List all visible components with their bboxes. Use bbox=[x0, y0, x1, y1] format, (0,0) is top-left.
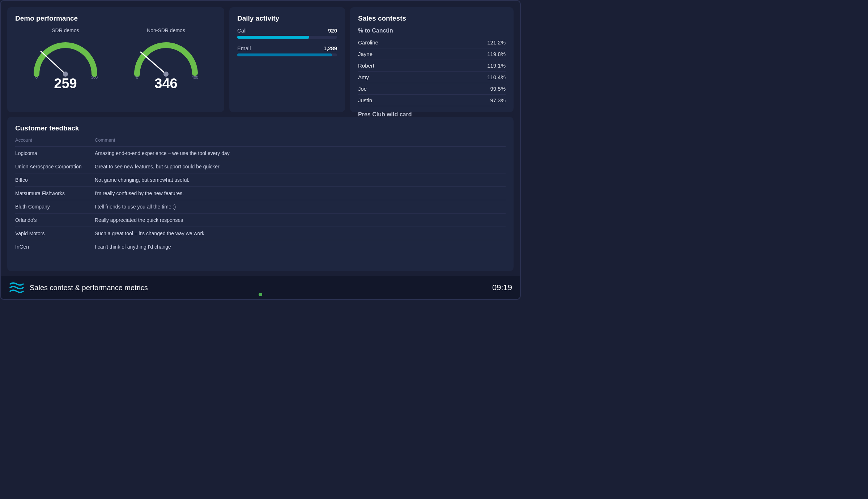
contest-row: Caroline121.2% bbox=[358, 37, 506, 48]
account-cell: Biffco bbox=[15, 173, 95, 187]
contest-name: Joe bbox=[358, 86, 367, 92]
table-row: InGen I can't think of anything I'd chan… bbox=[15, 240, 506, 254]
account-cell: InGen bbox=[15, 240, 95, 254]
table-row: Logicoma Amazing end-to-end experience –… bbox=[15, 147, 506, 160]
daily-activity-title: Daily activity bbox=[237, 14, 337, 22]
cancun-section-title: % to Cancún bbox=[358, 27, 506, 34]
bar-fill bbox=[237, 53, 332, 56]
svg-text:0: 0 bbox=[35, 75, 38, 79]
comment-cell: I tell friends to use you all the time :… bbox=[95, 200, 506, 214]
comment-cell: Really appreciated the quick responses bbox=[95, 214, 506, 227]
bar-fill bbox=[237, 36, 309, 39]
demo-performance-title: Demo performance bbox=[15, 14, 216, 22]
comment-cell: Not game changing, but somewhat useful. bbox=[95, 173, 506, 187]
table-row: Biffco Not game changing, but somewhat u… bbox=[15, 173, 506, 187]
customer-feedback-panel: Customer feedback Account Comment Logico… bbox=[7, 117, 514, 271]
col-comment: Comment bbox=[95, 137, 506, 147]
activity-container: Call 920 Email 1,289 bbox=[237, 27, 337, 56]
table-row: Orlando's Really appreciated the quick r… bbox=[15, 214, 506, 227]
col-account: Account bbox=[15, 137, 95, 147]
non-sdr-gauge-svg: 0 400 bbox=[130, 36, 202, 79]
contest-row: Amy110.4% bbox=[358, 72, 506, 83]
activity-label: Email bbox=[237, 45, 251, 51]
contest-row: Justin97.3% bbox=[358, 95, 506, 106]
contest-name: Robert bbox=[358, 63, 374, 69]
contest-name: Jayne bbox=[358, 51, 373, 57]
contest-pct: 99.5% bbox=[490, 86, 506, 92]
footer-title: Sales contest & performance metrics bbox=[30, 284, 148, 292]
sdr-gauge: SDR demos 0 300 259 bbox=[29, 27, 102, 91]
svg-line-4 bbox=[141, 52, 166, 74]
svg-text:400: 400 bbox=[192, 75, 198, 79]
contest-pct: 97.3% bbox=[490, 97, 506, 103]
svg-line-0 bbox=[41, 51, 65, 74]
activity-row: Call 920 bbox=[237, 27, 337, 39]
sdr-gauge-svg: 0 300 bbox=[29, 36, 102, 79]
daily-activity-panel: Daily activity Call 920 Email 1,289 bbox=[229, 7, 345, 112]
comment-cell: I'm really confused by the new features. bbox=[95, 187, 506, 200]
bar-bg bbox=[237, 36, 337, 39]
account-cell: Vapid Motors bbox=[15, 227, 95, 240]
table-row: Matsumura Fishworks I'm really confused … bbox=[15, 187, 506, 200]
activity-row: Email 1,289 bbox=[237, 45, 337, 56]
sales-contests-title: Sales contests bbox=[358, 14, 506, 22]
comment-cell: I can't think of anything I'd change bbox=[95, 240, 506, 254]
gauges-row: SDR demos 0 300 259 bbox=[15, 27, 216, 91]
activity-value: 920 bbox=[328, 27, 337, 34]
contest-row: Robert119.1% bbox=[358, 60, 506, 72]
contest-pct: 119.8% bbox=[487, 51, 506, 57]
bar-bg bbox=[237, 53, 337, 56]
footer-left: Sales contest & performance metrics bbox=[9, 281, 148, 294]
contest-row: Joe99.5% bbox=[358, 83, 506, 95]
non-sdr-gauge: Non-SDR demos 0 400 346 bbox=[130, 27, 202, 91]
svg-text:0: 0 bbox=[136, 75, 138, 79]
account-cell: Orlando's bbox=[15, 214, 95, 227]
activity-value: 1,289 bbox=[323, 45, 337, 51]
table-row: Bluth Company I tell friends to use you … bbox=[15, 200, 506, 214]
contest-pct: 121.2% bbox=[487, 39, 506, 46]
contest-pct: 110.4% bbox=[487, 74, 506, 80]
contest-row: Jayne119.8% bbox=[358, 48, 506, 60]
page-indicator-dot bbox=[259, 293, 262, 296]
table-row: Union Aerospace Corporation Great to see… bbox=[15, 160, 506, 173]
comment-cell: Amazing end-to-end experience – we use t… bbox=[95, 147, 506, 160]
account-cell: Union Aerospace Corporation bbox=[15, 160, 95, 173]
contest-name: Justin bbox=[358, 97, 372, 103]
comment-cell: Great to see new features, but support c… bbox=[95, 160, 506, 173]
sales-contests-panel: Sales contests % to CancúnCaroline121.2%… bbox=[350, 7, 514, 112]
table-row: Vapid Motors Such a great tool – it's ch… bbox=[15, 227, 506, 240]
svg-text:300: 300 bbox=[91, 75, 98, 79]
contest-name: Caroline bbox=[358, 39, 378, 46]
comment-cell: Such a great tool – it's changed the way… bbox=[95, 227, 506, 240]
activity-label: Call bbox=[237, 27, 247, 34]
contest-name: Amy bbox=[358, 74, 369, 80]
sdr-value: 259 bbox=[54, 76, 77, 91]
wordstream-logo bbox=[9, 281, 25, 294]
customer-feedback-title: Customer feedback bbox=[15, 124, 506, 132]
non-sdr-value: 346 bbox=[154, 76, 177, 91]
feedback-tbody: Logicoma Amazing end-to-end experience –… bbox=[15, 147, 506, 254]
account-cell: Matsumura Fishworks bbox=[15, 187, 95, 200]
feedback-table: Account Comment Logicoma Amazing end-to-… bbox=[15, 137, 506, 253]
contest-pct: 119.1% bbox=[487, 63, 506, 69]
demo-performance-panel: Demo performance SDR demos 0 bbox=[7, 7, 224, 112]
non-sdr-label: Non-SDR demos bbox=[147, 27, 185, 33]
account-cell: Bluth Company bbox=[15, 200, 95, 214]
footer-time: 09:19 bbox=[492, 283, 512, 292]
sdr-label: SDR demos bbox=[52, 27, 79, 33]
account-cell: Logicoma bbox=[15, 147, 95, 160]
